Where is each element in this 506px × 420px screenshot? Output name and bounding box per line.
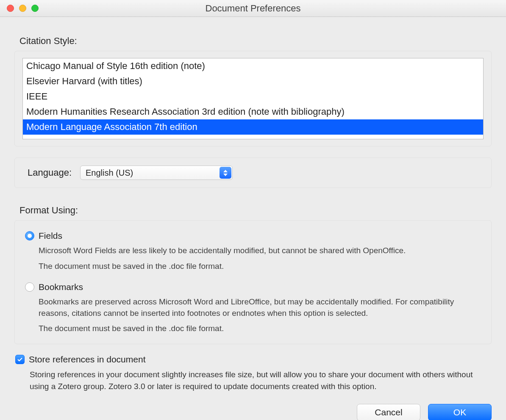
citation-style-item[interactable]: Chicago Manual of Style 16th edition (no…	[23, 58, 483, 74]
format-using-label: Format Using:	[19, 205, 492, 216]
zoom-window-button[interactable]	[31, 5, 39, 12]
dialog-content: Citation Style: Chicago Manual of Style …	[0, 17, 506, 420]
close-window-button[interactable]	[7, 5, 14, 12]
store-refs-block: Store references in document Storing ref…	[15, 354, 492, 392]
ok-button[interactable]: OK	[428, 404, 492, 420]
language-select[interactable]: English (US)	[80, 166, 233, 180]
minimize-window-button[interactable]	[19, 5, 26, 12]
store-refs-title: Store references in document	[29, 354, 145, 365]
format-option-title: Bookmarks	[39, 282, 83, 292]
language-select-value: English (US)	[86, 168, 133, 178]
citation-style-item[interactable]: Nature	[23, 135, 483, 139]
format-option-title: Fields	[39, 231, 62, 241]
cancel-button[interactable]: Cancel	[357, 404, 420, 420]
radio-icon	[25, 282, 34, 292]
language-panel: Language: English (US)	[14, 158, 492, 188]
format-panel: Fields Microsoft Word Fields are less li…	[14, 220, 492, 344]
format-option-desc: The document must be saved in the .doc f…	[39, 323, 481, 334]
radio-icon	[25, 231, 34, 240]
dialog-buttons: Cancel OK	[14, 404, 492, 420]
citation-style-item[interactable]: Modern Humanities Research Association 3…	[23, 104, 483, 119]
citation-style-label: Citation Style:	[19, 36, 492, 47]
window-title: Document Preferences	[0, 3, 506, 14]
citation-panel: Chicago Manual of Style 16th edition (no…	[14, 51, 492, 146]
citation-style-item[interactable]: Modern Language Association 7th edition	[23, 119, 483, 135]
citation-style-item[interactable]: IEEE	[23, 89, 483, 104]
format-option-fields[interactable]: Fields	[25, 231, 481, 241]
store-refs-checkbox[interactable]	[15, 355, 25, 364]
citation-style-list[interactable]: Chicago Manual of Style 16th edition (no…	[22, 58, 484, 139]
store-refs-desc: Storing references in your document slig…	[30, 369, 492, 392]
stepper-icon	[220, 167, 231, 179]
language-label: Language:	[28, 167, 72, 178]
format-option-bookmarks[interactable]: Bookmarks	[25, 282, 481, 292]
format-option-desc: The document must be saved in the .doc f…	[39, 261, 481, 272]
citation-style-item[interactable]: Elsevier Harvard (with titles)	[23, 74, 483, 89]
titlebar: Document Preferences	[0, 0, 506, 17]
window-controls	[7, 5, 39, 12]
format-option-desc: Microsoft Word Fields are less likely to…	[39, 245, 481, 257]
format-option-desc: Bookmarks are preserved across Microsoft…	[39, 296, 481, 319]
